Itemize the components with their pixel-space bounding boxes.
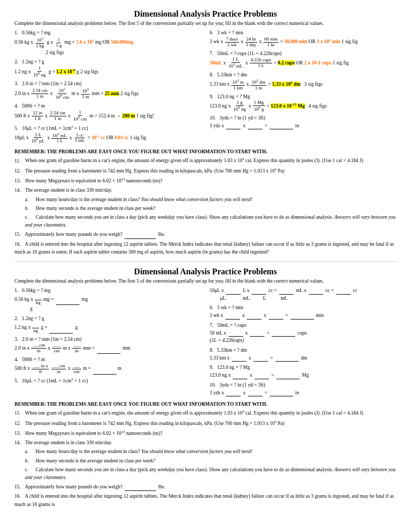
problem-10: 10. 3yds = ? in (1 yd = 3ft) 3 yds x x =… — [210, 114, 397, 129]
pb-6: 6. 3 wk = ? min 3 wk x x x = min — [210, 304, 397, 319]
prob5-work: 10μL x 1 L106 μL x 103 mL1 L x 1 cc1 mL … — [15, 135, 146, 140]
lp-14: 14. The average student is in class 330 … — [15, 187, 396, 194]
pb-5: 5. 10μL = ? cc (1mL = 1cm3 = 1 cc) — [15, 377, 202, 385]
problem-5: 5. 10μL = ? cc (1mL = 1cm3 = 1 cc) 10μL … — [15, 124, 202, 144]
prob2-work: 1.2 ng x 1109 ng g = 1.2 x 10-9 g 2 sig … — [15, 69, 98, 74]
prob3-label: 3. 2.0 in = ? mm (1in = 2.54 cm) — [15, 81, 82, 86]
pb-1: 1. 0.56kg = ? mg 0.56 kg x kg mg = mg g — [15, 287, 202, 313]
right-col: 6. 3 wk = ? min 3 wk x 7 days1 wk x 24 h… — [210, 29, 397, 146]
pb-2: 2. 1.2ng = ? g 1.2 ng x ng g = g — [15, 315, 202, 334]
prob10-work: 3 yds x x = in — [210, 123, 299, 128]
problem-1: 1. 0.56kg = ? mg 0.56 kg x 1031 kg g x 1… — [15, 29, 202, 56]
lp2-12: 12. The pressure reading from a baromete… — [15, 419, 396, 428]
section-divider — [15, 261, 396, 262]
prob8-work: 5.33 km x 103 m1 km x 102 dm1 m = 5.33 x… — [210, 82, 323, 87]
lp2-15: 15. Approximately how many pounds do you… — [15, 483, 396, 491]
long-problems-top: 11. When one gram of gasoline burns in a… — [15, 156, 396, 256]
prob9-label: 9. 123.0 ng = ? Mg — [210, 94, 250, 99]
intro-text-2: Complete the dimensional analysis proble… — [15, 278, 396, 284]
remember-1: REMEMBER: THE PROBLEMS ARE EASY ONCE YOU… — [15, 149, 396, 154]
pb-10-top: 10μL x L x cc = mL x cc = cc μL mL L mL — [210, 287, 397, 302]
prob6-label: 6. 3 wk = ? min — [210, 30, 243, 35]
prob4-work: 500 ft x 12 in1 ft x 2.54 cm1 in x 1102 … — [15, 113, 154, 118]
prob9-work: 123.0 ng x 1 g109 ng x 1 Mg106 g = 123.0… — [210, 103, 327, 109]
page-title-2: Dimensional Analysis Practice Problems — [15, 267, 396, 276]
lp2-14a: a. How many hours/day is the average stu… — [15, 448, 396, 456]
prob7-work: 50mL x 1 L103 mL x 4.226 cups1 L = 0.2 c… — [210, 60, 349, 65]
intro-text: Complete the dimensional analysis proble… — [15, 21, 396, 26]
prob7-label: 7. 50mL = ? cups (1L = 4.226cups) — [210, 51, 282, 56]
problems-grid-bottom: 1. 0.56kg = ? mg 0.56 kg x kg mg = mg g … — [15, 287, 396, 398]
pb-10: 10. 3yds = ? in (1 yd = 3ft) 3 yds x x =… — [210, 381, 397, 396]
lp-13: 13. How many Megayears is equivalent to … — [15, 177, 396, 185]
lp-11: 11. When one gram of gasoline burns in a… — [15, 156, 396, 165]
lp2-11: 11. When one gram of gasoline burns in a… — [15, 409, 396, 417]
problem-6: 6. 3 wk = ? min 3 wk x 7 days1 wk x 24 h… — [210, 29, 397, 48]
pb-9: 9. 123.0 ng = ? Mg 123.0 ng x x = Mg — [210, 364, 397, 379]
pb-3: 3. 2.0 in = ? mm (1in = 2.54 cm) 2.0 in … — [15, 336, 202, 354]
problem-8: 8. 5.33km = ? dm 5.33 km x 103 m1 km x 1… — [210, 71, 397, 91]
page-title: Dimensional Analysis Practice Problems — [15, 9, 396, 19]
lp-12: 12. The pressure reading from a baromete… — [15, 167, 396, 175]
problem-2: 2. 1.2ng = ? g 1.2 ng x 1109 ng g = 1.2 … — [15, 58, 202, 78]
lp-15: 15. Approximately how many pounds do you… — [15, 231, 396, 238]
prob1-sigfig: 2 sig figs — [15, 50, 64, 55]
prob3-work: 2.0 in x 2.54 cm1 in x 101100 cm m x 103… — [15, 91, 139, 96]
lp2-16: 16. A child is entered into the hospital… — [15, 493, 396, 508]
prob8-label: 8. 5.33km = ? dm — [210, 72, 247, 77]
left-col-b: 1. 0.56kg = ? mg 0.56 kg x kg mg = mg g … — [15, 287, 202, 398]
prob5-label: 5. 10μL = ? cc (1mL = 1cm3 = 1 cc) — [15, 126, 88, 131]
prob2-label: 2. 1.2ng = ? g — [15, 59, 44, 64]
prob10-label: 10. 3yds = ? in (1 yd = 3ft) — [210, 115, 266, 121]
problem-4: 4. 500ft = ? m 500 ft x 12 in1 ft x 2.54… — [15, 102, 202, 122]
problem-9: 9. 123.0 ng = ? Mg 123.0 ng x 1 g109 ng … — [210, 93, 397, 113]
lp-14c: c. Calculate how many seconds you are in… — [15, 214, 396, 229]
lp-16: 16. A child is entered into the hospital… — [15, 241, 396, 256]
lp-14a: a. How many hours/day is the average stu… — [15, 196, 396, 204]
right-col-b: 10μL x L x cc = mL x cc = cc μL mL L mL … — [210, 287, 397, 398]
prob1-work: 0.56 kg x 1031 kg g x 11 g mg = 5.6 x 10… — [15, 39, 134, 45]
lp-14b: b. How many seconds is the average stude… — [15, 205, 396, 212]
problem-7: 7. 50mL = ? cups (1L = 4.226cups) 50mL x… — [210, 50, 397, 70]
lp2-13: 13. How many Megayears is equivalent to … — [15, 429, 396, 437]
pb-4: 4. 500ft = ? m 500 ft x ___ in xft ___cm… — [15, 356, 202, 375]
lp2-14: 14. The average student is in class 330 … — [15, 439, 396, 447]
left-col: 1. 0.56kg = ? mg 0.56 kg x 1031 kg g x 1… — [15, 29, 202, 146]
prob6-work: 3 wk x 7 days1 wk x 24 hr1 day x 60 min1… — [210, 39, 358, 44]
prob1-label: 1. 0.56kg = ? mg — [15, 30, 50, 35]
remember-2: REMEMBER: THE PROBLEMS ARE EASY ONCE YOU… — [15, 402, 396, 407]
prob4-label: 4. 500ft = ? m — [15, 103, 45, 109]
pb-7: 7. 50mL = ? cups 50 mL x x = cups (1L = … — [210, 322, 397, 344]
lp2-14b: b. How many seconds is the average stude… — [15, 457, 396, 465]
pb-8: 8. 5.33km = ? dm 5.33 km x x = dm — [210, 347, 397, 362]
long-problems-bottom: 11. When one gram of gasoline burns in a… — [15, 409, 396, 509]
problems-grid-top: 1. 0.56kg = ? mg 0.56 kg x 1031 kg g x 1… — [15, 29, 396, 146]
lp2-14c: c. Calculate how many seconds you are in… — [15, 466, 396, 482]
problem-3: 3. 2.0 in = ? mm (1in = 2.54 cm) 2.0 in … — [15, 80, 202, 101]
